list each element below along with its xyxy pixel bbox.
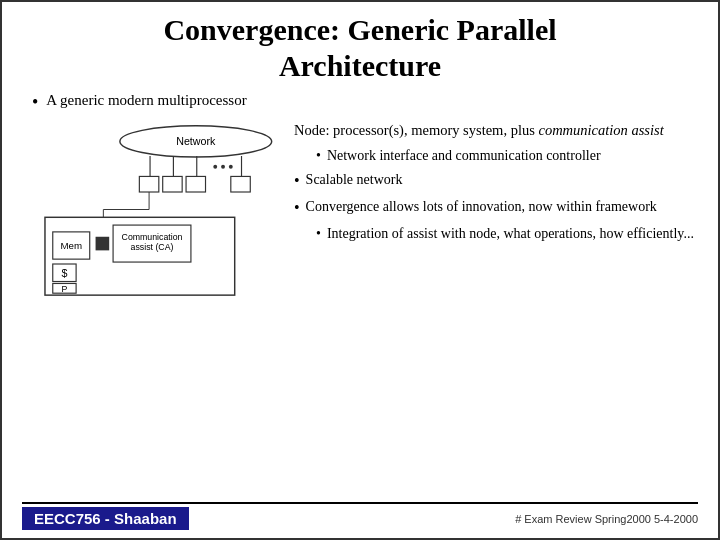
bullet-dot-scalable: • [294, 169, 300, 193]
architecture-diagram: Network [22, 120, 282, 300]
slide: Convergence: Generic Parallel Architectu… [0, 0, 720, 540]
title-line1: Convergence: Generic Parallel [22, 12, 698, 48]
bullet-convergence-text: Convergence allows lots of innovation, n… [306, 196, 657, 217]
svg-rect-12 [231, 176, 250, 192]
title-line2: Architecture [22, 48, 698, 84]
bullet-scalable: • Scalable network [294, 169, 698, 193]
svg-text:$: $ [61, 266, 67, 278]
svg-rect-11 [186, 176, 205, 192]
bullet-dot: • [32, 92, 38, 114]
title-block: Convergence: Generic Parallel Architectu… [22, 12, 698, 84]
svg-text:P: P [62, 284, 68, 294]
bullet-dot-convergence: • [294, 196, 300, 220]
node-line-text: Node: processor(s), memory system, plus [294, 122, 538, 138]
bullet-integration-text: Integration of assist with node, what op… [327, 223, 694, 244]
svg-text:Mem: Mem [60, 240, 82, 251]
bullet-integration: • Integration of assist with node, what … [316, 223, 698, 244]
bullet-network-interface: • Network interface and communication co… [316, 145, 698, 166]
top-bullet: • A generic modern multiprocessor [32, 92, 698, 114]
node-line: Node: processor(s), memory system, plus … [294, 120, 698, 142]
svg-rect-9 [139, 176, 158, 192]
footer-right: # Exam Review Spring2000 5-4-2000 [515, 513, 698, 525]
svg-point-5 [213, 164, 217, 168]
svg-point-6 [221, 164, 225, 168]
svg-rect-19 [96, 236, 110, 250]
text-content: Node: processor(s), memory system, plus … [294, 120, 698, 248]
sub-bullet-dot2: • [316, 223, 321, 244]
svg-text:Communication: Communication [122, 231, 183, 241]
node-line-italic: communication assist [538, 122, 663, 138]
main-content: Network [22, 120, 698, 498]
svg-text:assist (CA): assist (CA) [131, 242, 174, 252]
diagram-container: Network [22, 120, 282, 304]
bullet-network-text: Network interface and communication cont… [327, 145, 601, 166]
eecc-badge: EECC756 - Shaaban [22, 507, 189, 530]
top-bullet-text: A generic modern multiprocessor [46, 92, 246, 109]
sub-bullet-dot: • [316, 145, 321, 166]
bullet-convergence: • Convergence allows lots of innovation,… [294, 196, 698, 220]
bullet-scalable-text: Scalable network [306, 169, 403, 190]
exam-info: # Exam Review Spring2000 5-4-2000 [515, 513, 698, 525]
svg-text:Network: Network [176, 135, 216, 147]
svg-point-7 [229, 164, 233, 168]
footer-bar: EECC756 - Shaaban # Exam Review Spring20… [22, 502, 698, 530]
svg-rect-10 [163, 176, 182, 192]
